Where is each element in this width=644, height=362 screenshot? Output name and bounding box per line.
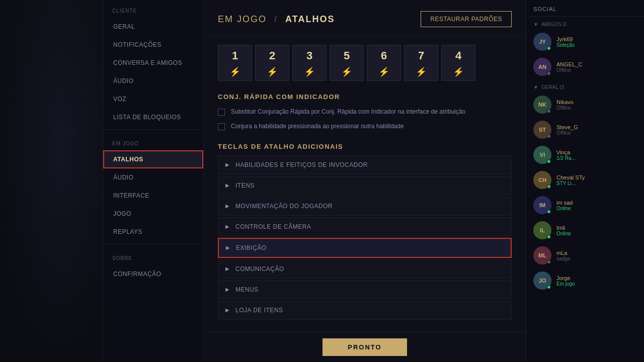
sidebar-item-atalhos[interactable]: ATALHOS bbox=[103, 150, 203, 168]
shortcut-label-itens: ITENS bbox=[235, 182, 255, 189]
friend-item-angel[interactable]: AN ANGEL_C Offline bbox=[526, 54, 644, 79]
sidebar-item-jogo[interactable]: JOGO bbox=[103, 205, 203, 223]
shortcut-row-itens[interactable]: ▶ ITENS bbox=[218, 176, 512, 195]
friend-status-steve: Offline bbox=[556, 130, 637, 136]
friend-item-cheval[interactable]: CH Cheval STy STY Li... bbox=[526, 167, 644, 193]
header-title-bold: ATALHOS bbox=[285, 14, 335, 24]
content-footer: PRONTO bbox=[204, 332, 526, 362]
friend-info-nikavo: Nikavo Offline bbox=[556, 99, 637, 111]
friend-info-imsad: im sad Online bbox=[556, 200, 637, 211]
friend-status-jorge: Em jogo bbox=[556, 281, 637, 287]
key-slot-3[interactable]: 3 ⚡ bbox=[292, 45, 327, 81]
lightning-icon-6: ⚡ bbox=[378, 66, 389, 77]
shortcut-row-habilidades[interactable]: ▶ HABILIDADES E FEITIÇOS DE INVOCADOR bbox=[218, 155, 512, 174]
restore-defaults-button[interactable]: Restaurar padrões bbox=[421, 11, 512, 27]
checkbox-2[interactable] bbox=[218, 123, 225, 130]
status-dot-imsad bbox=[547, 210, 551, 214]
shortcut-row-camera[interactable]: ▶ CONTROLE DE CÂMERA bbox=[218, 217, 512, 236]
sidebar-item-interface[interactable]: INTERFACE bbox=[103, 187, 203, 205]
lightning-icon-4: ⚡ bbox=[453, 66, 464, 77]
chevron-right-icon-exibicao: ▶ bbox=[226, 245, 230, 250]
friend-item-vinca[interactable]: VI Vinça 1/2 Ra... bbox=[526, 142, 644, 167]
avatar-cheval: CH bbox=[533, 171, 551, 189]
sidebar-item-audio-bottom[interactable]: ÁUDIO bbox=[103, 168, 203, 187]
lightning-icon-2: ⚡ bbox=[267, 66, 278, 77]
checkbox-item-2: Conjura a habilidade pressionada ao pres… bbox=[218, 122, 512, 131]
shortcut-label-menus: MENUS bbox=[235, 286, 259, 293]
friend-item-imsad[interactable]: IM im sad Online bbox=[526, 193, 644, 218]
sidebar-item-conversa[interactable]: CONVERSA E AMIGOS bbox=[103, 54, 203, 72]
friend-name-angel: ANGEL_C bbox=[556, 61, 637, 67]
status-dot-steve bbox=[547, 134, 551, 138]
chevron-right-icon-habilidades: ▶ bbox=[225, 162, 229, 167]
key-slot-7[interactable]: 7 ⚡ bbox=[404, 45, 438, 81]
shortcut-label-camera: CONTROLE DE CÂMERA bbox=[235, 223, 311, 230]
status-dot-jyrk69 bbox=[547, 46, 551, 50]
key-number-1: 1 bbox=[232, 49, 238, 62]
key-number-2: 2 bbox=[269, 49, 275, 62]
status-dot-jorge bbox=[547, 285, 551, 289]
status-dot-angel bbox=[547, 71, 551, 75]
key-slot-4[interactable]: 4 ⚡ bbox=[441, 45, 475, 81]
key-slot-1[interactable]: 1 ⚡ bbox=[218, 45, 252, 81]
status-dot-vinca bbox=[547, 159, 551, 163]
avatar-imsad: IM bbox=[533, 196, 551, 214]
friend-status-mla: sadge bbox=[556, 256, 637, 261]
shortcut-row-exibicao[interactable]: ▶ EXIBIÇÃO bbox=[218, 238, 512, 258]
sidebar-item-lista[interactable]: LISTA DE BLOQUEIOS bbox=[103, 108, 203, 126]
chevron-down-icon-amigos: ▼ bbox=[533, 22, 538, 27]
nav-divider-2 bbox=[103, 244, 203, 244]
sidebar-item-audio-top[interactable]: ÁUDIO bbox=[103, 72, 203, 90]
checkbox-label-1: Substituir Conjuração Rápida por Conj. R… bbox=[231, 108, 465, 116]
friend-name-imsad: im sad bbox=[556, 200, 637, 206]
avatar-imli: IL bbox=[533, 221, 551, 239]
chevron-right-icon-menus: ▶ bbox=[225, 287, 229, 292]
shortcut-row-menus[interactable]: ▶ MENUS bbox=[218, 280, 512, 299]
sidebar-item-confirmacao[interactable]: CONFIRMAÇÃO bbox=[103, 265, 203, 283]
nav-sobre-label: Sobre bbox=[103, 247, 203, 265]
header-prefix: EM JOGO bbox=[218, 14, 267, 24]
friend-info-steve: Steve_G Offline bbox=[556, 124, 637, 136]
shortcut-row-movimentacao[interactable]: ▶ MOVIMENTAÇÃO DO JOGADOR bbox=[218, 197, 512, 216]
done-button[interactable]: PRONTO bbox=[323, 338, 407, 356]
additional-section-title: TECLAS DE ATALHO ADICIONAIS bbox=[218, 143, 512, 150]
social-section-geral[interactable]: ▼ GERAL (3 bbox=[526, 79, 644, 92]
checkbox-1[interactable] bbox=[218, 109, 225, 116]
friend-info-angel: ANGEL_C Offline bbox=[556, 61, 637, 73]
friend-info-jyrk69: Jyrk69 Seleção bbox=[556, 36, 637, 48]
key-number-6: 6 bbox=[381, 49, 387, 62]
friend-name-jyrk69: Jyrk69 bbox=[556, 36, 637, 42]
key-slot-6[interactable]: 6 ⚡ bbox=[367, 45, 401, 81]
content-body: 1 ⚡ 2 ⚡ 3 ⚡ 5 ⚡ 6 ⚡ bbox=[204, 36, 526, 332]
friend-item-jyrk69[interactable]: JY Jyrk69 Seleção bbox=[526, 29, 644, 54]
friend-name-imli: Imli bbox=[556, 225, 637, 231]
sidebar-item-voz[interactable]: VOZ bbox=[103, 90, 203, 108]
header-slash: / bbox=[274, 14, 278, 24]
friend-status-imsad: Online bbox=[556, 206, 637, 211]
friend-item-jorge[interactable]: JO Jorge Em jogo bbox=[526, 268, 644, 293]
avatar-jyrk69: JY bbox=[533, 33, 551, 51]
sidebar-item-geral[interactable]: GERAL bbox=[103, 18, 203, 36]
friend-item-imli[interactable]: IL Imli Online bbox=[526, 218, 644, 243]
nav-client-label: Cliente bbox=[103, 0, 203, 18]
friend-item-mla[interactable]: ML mLa sadge bbox=[526, 243, 644, 268]
avatar-jorge: JO bbox=[533, 272, 551, 290]
key-slot-5[interactable]: 5 ⚡ bbox=[330, 45, 364, 81]
friend-item-steve[interactable]: ST Steve_G Offline bbox=[526, 117, 644, 142]
friend-item-nikavo[interactable]: NK Nikavo Offline bbox=[526, 92, 644, 117]
chevron-right-icon-comunicacao: ▶ bbox=[225, 266, 229, 272]
shortcut-label-exibicao: EXIBIÇÃO bbox=[236, 244, 267, 251]
friend-name-nikavo: Nikavo bbox=[556, 99, 637, 105]
key-slot-2[interactable]: 2 ⚡ bbox=[255, 45, 289, 81]
shortcut-row-comunicacao[interactable]: ▶ COMUNICAÇÃO bbox=[218, 259, 512, 279]
shortcut-row-loja[interactable]: ▶ LOJA DE ITENS bbox=[218, 301, 512, 320]
status-dot-imli bbox=[547, 235, 551, 239]
friend-info-jorge: Jorge Em jogo bbox=[556, 275, 637, 287]
checkbox-group: Substituir Conjuração Rápida por Conj. R… bbox=[218, 108, 512, 131]
social-list: ▼ AMIGOS D JY Jyrk69 Seleção AN ANGEL_C … bbox=[526, 17, 644, 362]
key-number-5: 5 bbox=[344, 49, 350, 62]
friend-info-vinca: Vinça 1/2 Ra... bbox=[556, 149, 637, 161]
social-section-amigos[interactable]: ▼ AMIGOS D bbox=[526, 17, 644, 29]
sidebar-item-replays[interactable]: REPLAYS bbox=[103, 223, 203, 241]
sidebar-item-notificacoes[interactable]: NOTIFICAÇÕES bbox=[103, 36, 203, 54]
